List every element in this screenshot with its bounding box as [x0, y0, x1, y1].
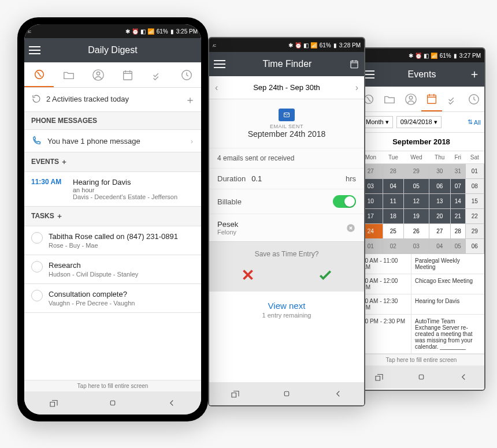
tab-files[interactable] — [379, 87, 400, 111]
nav-home-icon[interactable] — [416, 372, 426, 382]
calendar-day[interactable]: 21 — [450, 209, 465, 224]
calendar-day[interactable]: 07 — [450, 179, 465, 194]
tab-time[interactable] — [463, 87, 484, 111]
fullscreen-hint[interactable]: Tap here to fill entire screen — [24, 380, 201, 391]
agenda-row[interactable]: 00 PM - 2:30 PMAutoTime TeamExchange Ser… — [358, 315, 484, 354]
calendar-day[interactable]: 13 — [429, 194, 450, 209]
nav-back-icon[interactable] — [458, 372, 469, 382]
date-select[interactable]: 09/24/2018 ▾ — [396, 116, 442, 128]
tab-files[interactable] — [54, 62, 83, 87]
task-row[interactable]: ResearchHudson - Civil Dispute - Stanley — [24, 255, 201, 284]
nav-home-icon[interactable] — [281, 389, 292, 399]
duration-label: Duration — [217, 174, 246, 183]
task-checkbox[interactable] — [31, 232, 43, 244]
matter-row[interactable]: Pesek Felony — [209, 214, 364, 241]
agenda-text: Hearing for Davis — [411, 294, 484, 314]
tab-time[interactable] — [172, 62, 201, 87]
duration-value[interactable]: 0.1 — [246, 174, 346, 183]
fullscreen-hint[interactable]: Tap here to fill entire screen — [358, 354, 484, 365]
calendar-day[interactable]: 22 — [465, 209, 484, 224]
page-title: Time Finder — [230, 59, 344, 69]
agenda-row[interactable]: 30 AM - 12:30 PMHearing for Davis — [358, 294, 484, 315]
calendar-day[interactable]: 19 — [403, 209, 429, 224]
android-nav — [24, 391, 201, 415]
billable-toggle[interactable] — [333, 195, 356, 208]
calendar-day[interactable]: 29 — [403, 164, 429, 179]
calendar-day[interactable]: 15 — [465, 194, 484, 209]
entry-card: EMAIL SENT September 24th 2018 — [209, 99, 364, 148]
calendar-day[interactable]: 02 — [383, 239, 403, 254]
event-duration: an hour — [73, 186, 177, 193]
clear-icon[interactable] — [346, 223, 356, 233]
tab-tasks[interactable] — [442, 87, 463, 111]
next-week[interactable]: › — [355, 83, 358, 93]
calendar-day[interactable]: 04 — [383, 179, 403, 194]
nav-home-icon[interactable] — [107, 398, 118, 408]
battery-icon: ▮ — [170, 28, 174, 35]
reject-button[interactable] — [239, 266, 257, 283]
nav-recent-icon[interactable] — [374, 372, 384, 382]
calendar-day[interactable]: 08 — [465, 179, 484, 194]
calendar-day[interactable]: 26 — [403, 224, 429, 239]
section-phone-messages: PHONE MESSAGES — [24, 112, 201, 130]
tab-row — [358, 87, 484, 112]
task-row[interactable]: Consultation complete?Vaughn - Pre Decre… — [24, 284, 201, 313]
task-checkbox[interactable] — [31, 261, 43, 272]
agenda-row[interactable]: 00 AM - 12:00 PMChicago Exec Meeting — [358, 274, 484, 294]
task-checkbox[interactable] — [31, 290, 43, 301]
tab-digest[interactable] — [24, 62, 54, 87]
section-events: EVENTS ＋ — [24, 152, 201, 172]
prev-week[interactable]: ‹ — [215, 83, 218, 93]
calendar-day[interactable]: 31 — [450, 164, 465, 179]
battery-label: 61% — [320, 42, 331, 48]
event-row[interactable]: 11:30 AM Hearing for Davis an hour Davis… — [24, 172, 201, 207]
task-row[interactable]: Tabitha Rose called on (847) 231-0891Ros… — [24, 226, 201, 255]
tab-tasks[interactable] — [142, 62, 172, 87]
task-title: Tabitha Rose called on (847) 231-0891 — [49, 232, 178, 241]
calendar-day[interactable]: 28 — [450, 224, 465, 239]
calendar-day[interactable]: 18 — [383, 209, 403, 224]
nav-back-icon[interactable] — [333, 389, 343, 399]
menu-icon[interactable] — [29, 46, 40, 54]
add-icon[interactable] — [469, 69, 480, 80]
menu-icon[interactable] — [214, 60, 225, 68]
calendar-day[interactable]: 27 — [429, 224, 450, 239]
add-activity-icon[interactable]: ＋ — [185, 93, 195, 107]
filter-all[interactable]: ⇅ All — [468, 118, 481, 126]
add-event-icon[interactable]: ＋ — [61, 158, 68, 166]
calendar-day[interactable]: 14 — [450, 194, 465, 209]
tab-contacts[interactable] — [400, 87, 421, 111]
calendar-day[interactable]: 29 — [465, 224, 484, 239]
calendar-day[interactable]: 06 — [465, 239, 484, 254]
tab-calendar[interactable] — [113, 62, 142, 87]
calendar-day[interactable]: 11 — [383, 194, 403, 209]
accept-button[interactable] — [317, 266, 334, 283]
nav-recent-icon[interactable] — [49, 398, 59, 408]
nav-back-icon[interactable] — [166, 398, 177, 408]
nav-recent-icon[interactable] — [230, 389, 240, 399]
calendar-day[interactable]: 03 — [403, 239, 429, 254]
calendar-day[interactable]: 04 — [429, 239, 450, 254]
view-next-button[interactable]: View next — [209, 292, 364, 312]
calendar-day[interactable]: 20 — [429, 209, 450, 224]
phone-message-row[interactable]: You have 1 phone message › — [24, 130, 201, 152]
calendar-icon[interactable] — [349, 59, 359, 69]
chevron-right-icon: › — [191, 137, 193, 145]
svg-rect-5 — [419, 375, 424, 379]
calendar-grid[interactable]: MonTueWedThuFriSat 272829303101030405060… — [358, 151, 484, 254]
calendar-day[interactable]: 28 — [383, 164, 403, 179]
view-select[interactable]: Month ▾ — [362, 116, 393, 128]
calendar-day[interactable]: 05 — [403, 179, 429, 194]
calendar-day[interactable]: 01 — [465, 164, 484, 179]
calendar-day[interactable]: 05 — [450, 239, 465, 254]
activities-row[interactable]: 2 Activities tracked today ＋ — [24, 88, 201, 112]
calendar-day[interactable]: 12 — [403, 194, 429, 209]
agenda-list[interactable]: 00 AM - 11:00 AMParalegal Weekly Meeting… — [358, 254, 484, 354]
tab-contacts[interactable] — [83, 62, 113, 87]
agenda-row[interactable]: 00 AM - 11:00 AMParalegal Weekly Meeting — [358, 254, 484, 274]
calendar-day[interactable]: 25 — [383, 224, 403, 239]
calendar-day[interactable]: 06 — [429, 179, 450, 194]
add-task-icon[interactable]: ＋ — [56, 212, 63, 220]
calendar-day[interactable]: 30 — [429, 164, 450, 179]
tab-calendar[interactable] — [421, 87, 442, 111]
